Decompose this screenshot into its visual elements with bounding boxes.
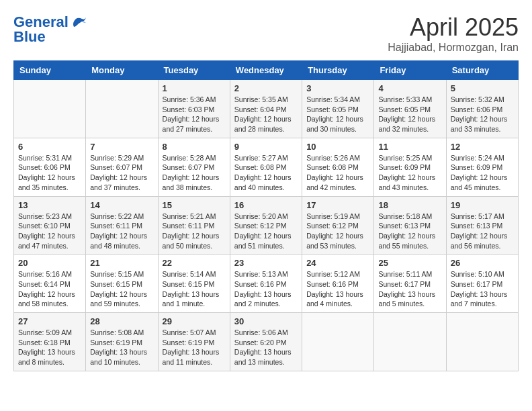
day-cell: 29Sunrise: 5:07 AM Sunset: 6:19 PM Dayli… xyxy=(158,313,230,371)
day-cell: 15Sunrise: 5:21 AM Sunset: 6:11 PM Dayli… xyxy=(158,196,230,255)
day-number: 13 xyxy=(18,200,81,210)
day-info: Sunrise: 5:13 AM Sunset: 6:16 PM Dayligh… xyxy=(234,269,298,309)
day-cell: 11Sunrise: 5:25 AM Sunset: 6:09 PM Dayli… xyxy=(374,138,446,196)
day-cell: 14Sunrise: 5:22 AM Sunset: 6:11 PM Dayli… xyxy=(86,196,158,255)
day-cell xyxy=(374,313,446,371)
title-area: April 2025 Hajjiabad, Hormozgan, Iran xyxy=(388,13,519,54)
day-number: 25 xyxy=(378,258,441,268)
day-number: 15 xyxy=(163,200,226,210)
day-number: 9 xyxy=(234,142,298,152)
day-cell: 20Sunrise: 5:16 AM Sunset: 6:14 PM Dayli… xyxy=(14,255,86,313)
day-number: 21 xyxy=(90,258,153,268)
day-info: Sunrise: 5:29 AM Sunset: 6:07 PM Dayligh… xyxy=(90,153,153,193)
week-row-4: 20Sunrise: 5:16 AM Sunset: 6:14 PM Dayli… xyxy=(14,255,519,313)
day-info: Sunrise: 5:35 AM Sunset: 6:04 PM Dayligh… xyxy=(234,95,298,134)
day-cell: 13Sunrise: 5:23 AM Sunset: 6:10 PM Dayli… xyxy=(14,196,86,255)
day-info: Sunrise: 5:10 AM Sunset: 6:17 PM Dayligh… xyxy=(451,269,514,309)
day-info: Sunrise: 5:21 AM Sunset: 6:11 PM Dayligh… xyxy=(163,212,226,251)
day-cell xyxy=(446,313,518,371)
day-cell: 2Sunrise: 5:35 AM Sunset: 6:04 PM Daylig… xyxy=(230,80,302,138)
col-header-thursday: Thursday xyxy=(302,61,374,80)
day-number: 1 xyxy=(163,83,226,93)
week-row-2: 6Sunrise: 5:31 AM Sunset: 6:06 PM Daylig… xyxy=(14,138,519,196)
col-header-sunday: Sunday xyxy=(14,61,86,80)
day-cell: 22Sunrise: 5:14 AM Sunset: 6:15 PM Dayli… xyxy=(158,255,230,313)
week-row-1: 1Sunrise: 5:36 AM Sunset: 6:03 PM Daylig… xyxy=(14,80,519,138)
day-info: Sunrise: 5:11 AM Sunset: 6:17 PM Dayligh… xyxy=(378,269,441,309)
day-cell: 28Sunrise: 5:08 AM Sunset: 6:19 PM Dayli… xyxy=(86,313,158,371)
day-info: Sunrise: 5:32 AM Sunset: 6:06 PM Dayligh… xyxy=(451,95,514,134)
calendar-table: SundayMondayTuesdayWednesdayThursdayFrid… xyxy=(13,60,519,371)
day-info: Sunrise: 5:17 AM Sunset: 6:13 PM Dayligh… xyxy=(451,212,514,251)
day-cell: 16Sunrise: 5:20 AM Sunset: 6:12 PM Dayli… xyxy=(230,196,302,255)
day-number: 22 xyxy=(163,258,226,268)
day-info: Sunrise: 5:09 AM Sunset: 6:18 PM Dayligh… xyxy=(18,328,81,367)
day-number: 26 xyxy=(451,258,514,268)
day-info: Sunrise: 5:07 AM Sunset: 6:19 PM Dayligh… xyxy=(163,328,226,367)
day-cell: 7Sunrise: 5:29 AM Sunset: 6:07 PM Daylig… xyxy=(86,138,158,196)
day-cell: 19Sunrise: 5:17 AM Sunset: 6:13 PM Dayli… xyxy=(446,196,518,255)
col-header-tuesday: Tuesday xyxy=(158,61,230,80)
day-number: 12 xyxy=(451,142,514,152)
day-info: Sunrise: 5:19 AM Sunset: 6:12 PM Dayligh… xyxy=(306,212,369,251)
col-header-wednesday: Wednesday xyxy=(230,61,302,80)
day-cell: 21Sunrise: 5:15 AM Sunset: 6:15 PM Dayli… xyxy=(86,255,158,313)
day-cell: 3Sunrise: 5:34 AM Sunset: 6:05 PM Daylig… xyxy=(302,80,374,138)
day-number: 29 xyxy=(163,316,226,326)
day-cell xyxy=(14,80,86,138)
day-number: 10 xyxy=(306,142,369,152)
day-info: Sunrise: 5:24 AM Sunset: 6:09 PM Dayligh… xyxy=(451,153,514,193)
week-row-5: 27Sunrise: 5:09 AM Sunset: 6:18 PM Dayli… xyxy=(14,313,519,371)
day-info: Sunrise: 5:15 AM Sunset: 6:15 PM Dayligh… xyxy=(90,269,153,309)
calendar-location: Hajjiabad, Hormozgan, Iran xyxy=(388,42,519,54)
day-cell: 4Sunrise: 5:33 AM Sunset: 6:05 PM Daylig… xyxy=(374,80,446,138)
day-cell: 23Sunrise: 5:13 AM Sunset: 6:16 PM Dayli… xyxy=(230,255,302,313)
day-cell: 26Sunrise: 5:10 AM Sunset: 6:17 PM Dayli… xyxy=(446,255,518,313)
day-info: Sunrise: 5:14 AM Sunset: 6:15 PM Dayligh… xyxy=(163,269,226,309)
day-number: 20 xyxy=(18,258,81,268)
day-info: Sunrise: 5:36 AM Sunset: 6:03 PM Dayligh… xyxy=(163,95,226,134)
day-info: Sunrise: 5:12 AM Sunset: 6:16 PM Dayligh… xyxy=(306,269,369,309)
col-header-monday: Monday xyxy=(86,61,158,80)
header: General Blue April 2025 Hajjiabad, Hormo… xyxy=(13,13,519,54)
day-cell xyxy=(302,313,374,371)
day-cell: 24Sunrise: 5:12 AM Sunset: 6:16 PM Dayli… xyxy=(302,255,374,313)
day-info: Sunrise: 5:31 AM Sunset: 6:06 PM Dayligh… xyxy=(18,153,81,193)
day-number: 23 xyxy=(234,258,298,268)
day-cell xyxy=(86,80,158,138)
day-info: Sunrise: 5:20 AM Sunset: 6:12 PM Dayligh… xyxy=(234,212,298,251)
day-cell: 30Sunrise: 5:06 AM Sunset: 6:20 PM Dayli… xyxy=(230,313,302,371)
logo: General Blue xyxy=(13,13,87,46)
day-number: 7 xyxy=(90,142,153,152)
day-number: 2 xyxy=(234,83,298,93)
col-header-saturday: Saturday xyxy=(446,61,518,80)
day-info: Sunrise: 5:06 AM Sunset: 6:20 PM Dayligh… xyxy=(234,328,298,367)
day-cell: 6Sunrise: 5:31 AM Sunset: 6:06 PM Daylig… xyxy=(14,138,86,196)
day-cell: 25Sunrise: 5:11 AM Sunset: 6:17 PM Dayli… xyxy=(374,255,446,313)
day-cell: 8Sunrise: 5:28 AM Sunset: 6:07 PM Daylig… xyxy=(158,138,230,196)
day-number: 27 xyxy=(18,316,81,326)
day-info: Sunrise: 5:25 AM Sunset: 6:09 PM Dayligh… xyxy=(378,153,441,193)
day-number: 14 xyxy=(90,200,153,210)
day-info: Sunrise: 5:18 AM Sunset: 6:13 PM Dayligh… xyxy=(378,212,441,251)
calendar-title: April 2025 xyxy=(388,13,519,42)
day-number: 5 xyxy=(451,83,514,93)
day-cell: 17Sunrise: 5:19 AM Sunset: 6:12 PM Dayli… xyxy=(302,196,374,255)
day-number: 3 xyxy=(306,83,369,93)
day-cell: 9Sunrise: 5:27 AM Sunset: 6:08 PM Daylig… xyxy=(230,138,302,196)
day-cell: 1Sunrise: 5:36 AM Sunset: 6:03 PM Daylig… xyxy=(158,80,230,138)
day-number: 18 xyxy=(378,200,441,210)
col-header-friday: Friday xyxy=(374,61,446,80)
day-number: 24 xyxy=(306,258,369,268)
day-cell: 5Sunrise: 5:32 AM Sunset: 6:06 PM Daylig… xyxy=(446,80,518,138)
day-info: Sunrise: 5:26 AM Sunset: 6:08 PM Dayligh… xyxy=(306,153,369,193)
week-row-3: 13Sunrise: 5:23 AM Sunset: 6:10 PM Dayli… xyxy=(14,196,519,255)
day-info: Sunrise: 5:08 AM Sunset: 6:19 PM Dayligh… xyxy=(90,328,153,367)
day-number: 19 xyxy=(451,200,514,210)
day-number: 30 xyxy=(234,316,298,326)
day-cell: 12Sunrise: 5:24 AM Sunset: 6:09 PM Dayli… xyxy=(446,138,518,196)
day-info: Sunrise: 5:28 AM Sunset: 6:07 PM Dayligh… xyxy=(163,153,226,193)
day-info: Sunrise: 5:16 AM Sunset: 6:14 PM Dayligh… xyxy=(18,269,81,309)
day-number: 28 xyxy=(90,316,153,326)
header-row: SundayMondayTuesdayWednesdayThursdayFrid… xyxy=(14,61,519,80)
